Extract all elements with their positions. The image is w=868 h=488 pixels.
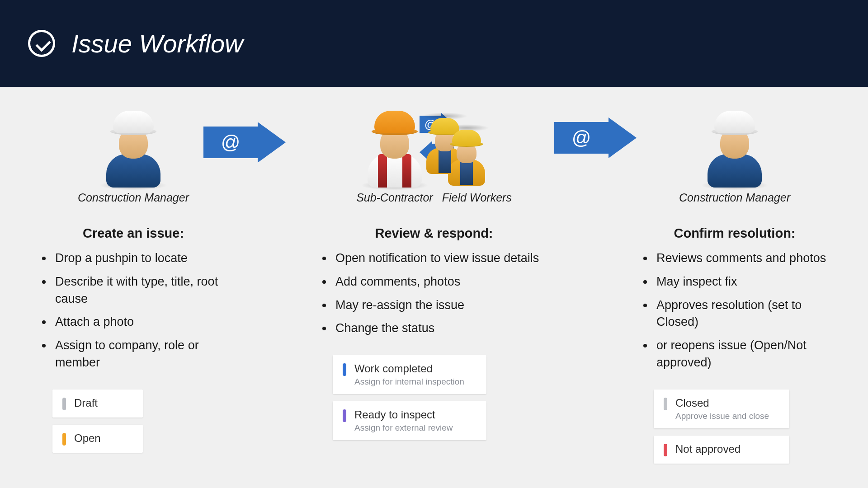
bullet-item: Open notification to view issue details [333,250,561,267]
status-pill-icon [62,398,66,410]
arrow-right-icon: @ [554,117,645,158]
column-review: Sub-Contractor [307,100,561,464]
actor-label: Field Workers [442,191,512,204]
actor-label: Construction Manager [679,191,790,204]
status-pill-icon [664,444,667,456]
bullet-item: Attach a photo [52,314,240,331]
status-card-work-completed: Work completed Assign for internal inspe… [333,355,486,394]
bullet-item: Approves resolution (set to Closed) [654,297,841,331]
status-list-confirm: Closed Approve issue and close Not appro… [628,389,841,464]
bullet-list-create: Drop a pushpin to locate Describe it wit… [27,250,240,378]
bullet-item: May re-assign the issue [333,297,561,314]
status-pill-icon [62,433,66,446]
bullet-item: Assign to company, role or member [52,337,240,371]
status-label: Closed [675,397,769,409]
status-list-review: Work completed Assign for internal inspe… [307,355,561,440]
bullet-item: or reopens issue (Open/Not approved) [654,337,841,371]
status-card-not-approved: Not approved [654,436,789,464]
status-card-closed: Closed Approve issue and close [654,389,789,428]
status-pill-icon [343,363,346,376]
actor-field-workers: Field Workers [442,115,512,204]
manager-avatar-icon [705,111,764,188]
bullet-item: Change the status [333,320,561,337]
at-symbol: @ [221,131,241,153]
at-symbol: @ [572,127,591,149]
status-label: Open [74,432,101,445]
status-label: Draft [74,397,98,409]
bullet-item: Drop a pushpin to locate [52,250,240,267]
section-title-confirm: Confirm resolution: [628,226,841,241]
status-pill-icon [343,409,346,422]
section-title-create: Create an issue: [27,226,240,241]
bullet-item: Reviews comments and photos [654,250,841,267]
check-circle-icon [28,30,55,57]
content-area: Construction Manager Create an issue: Dr… [0,87,868,464]
status-card-ready-inspect: Ready to inspect Assign for external rev… [333,401,486,440]
status-card-open: Open [52,425,143,453]
status-sublabel: Assign for external review [354,423,453,433]
page-title: Issue Workflow [71,29,243,58]
status-sublabel: Approve issue and close [675,411,769,421]
status-label: Work completed [354,362,464,375]
bullet-item: Describe it with type, title, root cause [52,273,240,308]
status-sublabel: Assign for internal inspection [354,377,464,387]
status-label: Not approved [675,443,741,455]
status-pill-icon [664,398,667,410]
field-workers-avatar-icon [448,115,506,188]
bullet-list-confirm: Reviews comments and photos May inspect … [628,250,841,378]
manager-avatar-icon [104,111,163,188]
section-title-review: Review & respond: [307,226,561,241]
bullet-item: Add comments, photos [333,273,561,291]
header-bar: Issue Workflow [0,0,868,87]
actor-label: Sub-Contractor [356,191,433,204]
status-card-draft: Draft [52,389,143,418]
column-confirm: Construction Manager Confirm resolution:… [628,100,841,464]
subcontractor-avatar-icon [365,111,424,188]
actor-construction-manager: Construction Manager [78,111,189,204]
bullet-item: May inspect fix [654,273,841,291]
actor-construction-manager-2: Construction Manager [679,111,790,204]
status-list-create: Draft Open [27,389,240,453]
status-label: Ready to inspect [354,408,453,421]
arrow-right-icon: @ [203,122,294,163]
bullet-list-review: Open notification to view issue details … [307,250,561,343]
actor-label: Construction Manager [78,191,189,204]
actor-sub-contractor: Sub-Contractor [356,111,433,204]
